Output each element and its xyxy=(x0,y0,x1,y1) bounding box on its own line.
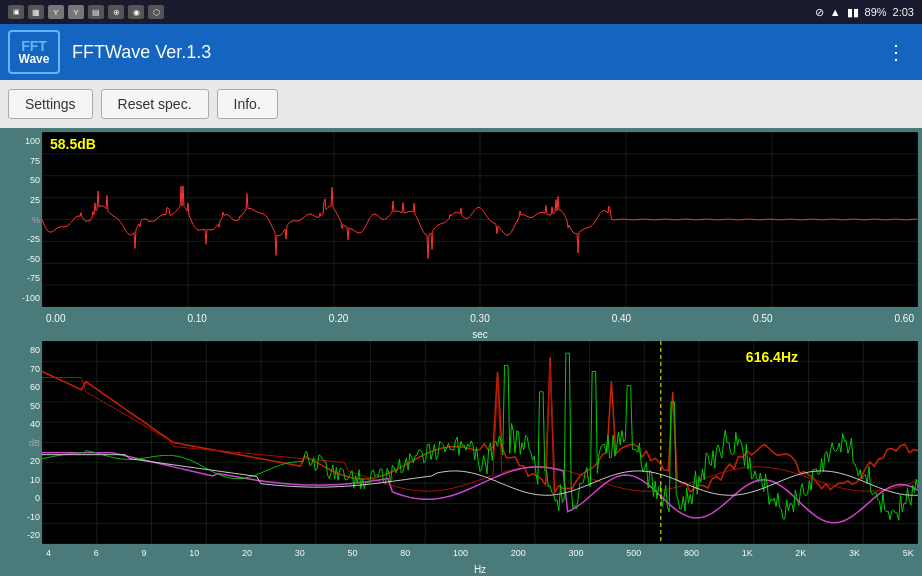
y-tick: 100 xyxy=(6,136,40,146)
status-right: ⊘ ▲ ▮▮ 89% 2:03 xyxy=(815,6,914,19)
y-tick: 10 xyxy=(6,475,40,485)
icon-2: ▦ xyxy=(28,5,44,19)
x-tick: 10 xyxy=(189,548,199,558)
wave-db-label: 58.5dB xyxy=(50,136,96,152)
x-tick: 1K xyxy=(742,548,753,558)
signal-icon: ▮▮ xyxy=(847,6,859,19)
fft-canvas xyxy=(42,341,918,544)
y-tick: 80 xyxy=(6,345,40,355)
x-tick: 50 xyxy=(347,548,357,558)
info-button[interactable]: Info. xyxy=(217,89,278,119)
fft-x-labels: 4 6 9 10 20 30 50 80 100 200 300 500 800… xyxy=(42,548,918,558)
x-tick: 0.50 xyxy=(753,313,772,324)
icon-8: ⬡ xyxy=(148,5,164,19)
clock: 2:03 xyxy=(893,6,914,18)
icon-1: ▣ xyxy=(8,5,24,19)
icon-7: ◉ xyxy=(128,5,144,19)
x-tick: 0.40 xyxy=(612,313,631,324)
toolbar: Settings Reset spec. Info. xyxy=(0,80,922,128)
x-tick: 2K xyxy=(795,548,806,558)
y-tick: 40 xyxy=(6,419,40,429)
x-tick: 0.20 xyxy=(329,313,348,324)
y-tick: -75 xyxy=(6,273,40,283)
x-tick: 800 xyxy=(684,548,699,558)
icon-3: Y xyxy=(48,5,64,19)
fft-y-axis: 80 70 60 50 40 dB 20 10 0 -10 -20 xyxy=(4,341,42,544)
y-tick: -25 xyxy=(6,234,40,244)
wifi-icon: ▲ xyxy=(830,6,841,18)
fft-x-axis: 4 6 9 10 20 30 50 80 100 200 300 500 800… xyxy=(42,544,918,562)
x-tick: 0.00 xyxy=(46,313,65,324)
settings-button[interactable]: Settings xyxy=(8,89,93,119)
y-tick: 0 xyxy=(6,493,40,503)
y-tick: -10 xyxy=(6,512,40,522)
icon-5: ▤ xyxy=(88,5,104,19)
x-tick: 500 xyxy=(626,548,641,558)
x-tick: 30 xyxy=(295,548,305,558)
x-tick: 0.60 xyxy=(895,313,914,324)
status-icons-left: ▣ ▦ Y Y ▤ ⊕ ◉ ⬡ xyxy=(8,5,164,19)
wave-canvas xyxy=(42,132,918,307)
icon-4: Y xyxy=(68,5,84,19)
wave-x-unit: sec xyxy=(42,327,918,341)
y-tick: 20 xyxy=(6,456,40,466)
y-tick: 70 xyxy=(6,364,40,374)
y-tick: 50 xyxy=(6,175,40,185)
fft-chart-inner: 616.4Hz xyxy=(42,341,918,544)
fft-x-axis-area: 4 6 9 10 20 30 50 80 100 200 300 500 800… xyxy=(4,544,918,576)
x-tick: 3K xyxy=(849,548,860,558)
wave-x-labels: 0.00 0.10 0.20 0.30 0.40 0.50 0.60 xyxy=(42,313,918,324)
reset-spec-button[interactable]: Reset spec. xyxy=(101,89,209,119)
y-tick: -100 xyxy=(6,293,40,303)
title-bar: FFT Wave FFTWave Ver.1.3 ⋮ xyxy=(0,24,922,80)
x-tick: 9 xyxy=(141,548,146,558)
y-tick: 75 xyxy=(6,156,40,166)
x-tick: 20 xyxy=(242,548,252,558)
y-tick: dB xyxy=(6,438,40,448)
x-tick: 0.10 xyxy=(187,313,206,324)
y-tick: 50 xyxy=(6,401,40,411)
battery-percent: 89% xyxy=(865,6,887,18)
y-tick: % xyxy=(6,215,40,225)
x-tick: 300 xyxy=(568,548,583,558)
x-tick: 6 xyxy=(94,548,99,558)
x-tick: 200 xyxy=(511,548,526,558)
app-icon: FFT Wave xyxy=(8,30,60,74)
x-tick: 4 xyxy=(46,548,51,558)
wave-chart-container: 100 75 50 25 % -25 -50 -75 -100 58.5dB xyxy=(4,132,918,307)
app-icon-fft: FFT xyxy=(21,39,47,53)
x-tick: 80 xyxy=(400,548,410,558)
icon-6: ⊕ xyxy=(108,5,124,19)
y-tick: -20 xyxy=(6,530,40,540)
wave-x-axis-area: 0.00 0.10 0.20 0.30 0.40 0.50 0.60 sec xyxy=(4,309,918,341)
y-tick: 60 xyxy=(6,382,40,392)
fft-chart-container: 80 70 60 50 40 dB 20 10 0 -10 -20 616.4H… xyxy=(4,341,918,544)
charts-area: 100 75 50 25 % -25 -50 -75 -100 58.5dB 0… xyxy=(0,128,922,576)
y-tick: -50 xyxy=(6,254,40,264)
x-tick: 100 xyxy=(453,548,468,558)
app-title: FFTWave Ver.1.3 xyxy=(72,42,878,63)
no-signal-icon: ⊘ xyxy=(815,6,824,19)
wave-chart-inner: 58.5dB xyxy=(42,132,918,307)
app-icon-wave: Wave xyxy=(19,53,50,65)
fft-x-unit: Hz xyxy=(42,562,918,576)
wave-x-axis: 0.00 0.10 0.20 0.30 0.40 0.50 0.60 xyxy=(42,309,918,327)
y-tick: 25 xyxy=(6,195,40,205)
wave-y-axis: 100 75 50 25 % -25 -50 -75 -100 xyxy=(4,132,42,307)
x-tick: 5K xyxy=(903,548,914,558)
x-tick: 0.30 xyxy=(470,313,489,324)
status-bar: ▣ ▦ Y Y ▤ ⊕ ◉ ⬡ ⊘ ▲ ▮▮ 89% 2:03 xyxy=(0,0,922,24)
menu-dots-icon[interactable]: ⋮ xyxy=(878,32,914,72)
fft-freq-label: 616.4Hz xyxy=(746,349,798,365)
